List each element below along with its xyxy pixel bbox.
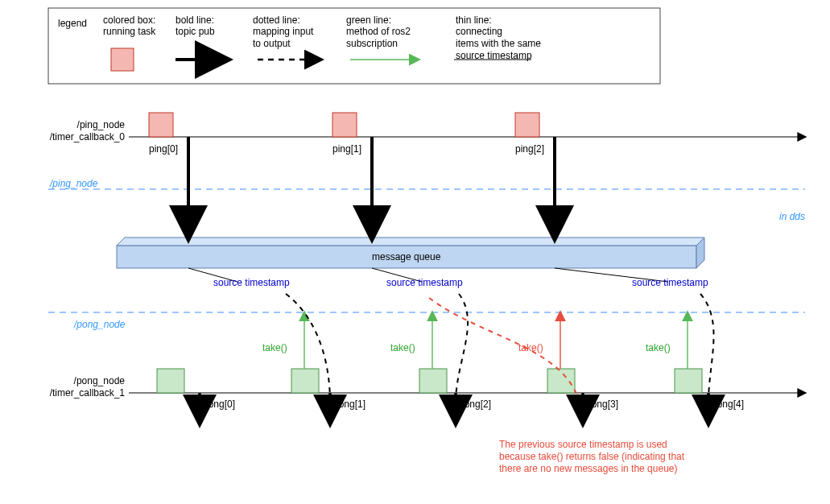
ping-task-2 — [515, 113, 539, 137]
ping-label-2: ping[2] — [515, 143, 544, 155]
ping-label-1: ping[1] — [332, 143, 361, 155]
ping-task-0 — [149, 113, 173, 137]
legend-item-2-s: mapping input to output — [253, 26, 313, 50]
legend-item-4-t: thin line: — [456, 14, 492, 27]
ping-node-label: /ping_node /timer_callback_0 — [44, 119, 125, 143]
ping-task-1 — [332, 113, 357, 137]
pong-label-2: pong[2] — [459, 399, 491, 411]
legend-item-0-s: running task — [103, 26, 155, 38]
svg-marker-10 — [117, 238, 704, 246]
region-dds-label: in dds — [779, 211, 805, 223]
pong-task-3 — [547, 369, 575, 393]
pong-task-4 — [675, 369, 702, 393]
legend-title: legend — [58, 18, 87, 30]
region-pong-label: /pong_node — [74, 319, 125, 331]
take-4: take() — [646, 342, 671, 354]
legend-item-2-t: dotted line: — [253, 14, 300, 27]
pong-label-0: pong[0] — [203, 399, 235, 411]
pong-node-label: /pong_node /timer_callback_1 — [44, 375, 125, 399]
legend-item-1-t: bold line: — [175, 14, 214, 27]
legend-item-4-s: connecting items with the same source ti… — [456, 26, 541, 62]
source-ts-2: source timestamp — [632, 277, 708, 289]
pong-label-4: pong[4] — [712, 399, 744, 411]
take-3-fail: take() — [518, 342, 543, 354]
take-2: take() — [390, 342, 415, 354]
source-ts-1: source timestamp — [386, 277, 463, 289]
message-queue-label: message queue — [372, 251, 440, 263]
pong-task-0 — [157, 369, 184, 393]
pong-label-3: pong[3] — [586, 399, 618, 411]
diagram-root: legend colored box: running task bold li… — [0, 0, 830, 504]
pong-task-2 — [419, 369, 447, 393]
source-ts-0: source timestamp — [213, 277, 290, 289]
note-text: The previous source timestamp is used be… — [499, 439, 684, 475]
pong-label-1: pong[1] — [333, 399, 365, 411]
legend-item-1-s: topic pub — [175, 26, 215, 38]
pong-task-1 — [291, 369, 319, 393]
region-ping-label: /ping_node — [50, 178, 97, 190]
legend-item-0-t: colored box: — [103, 14, 155, 27]
take-1: take() — [262, 342, 287, 354]
svg-rect-1 — [111, 48, 134, 71]
ping-label-0: ping[0] — [149, 143, 178, 155]
legend-item-3-s: method of ros2 subscription — [346, 26, 411, 50]
legend-item-3-t: green line: — [346, 14, 391, 27]
